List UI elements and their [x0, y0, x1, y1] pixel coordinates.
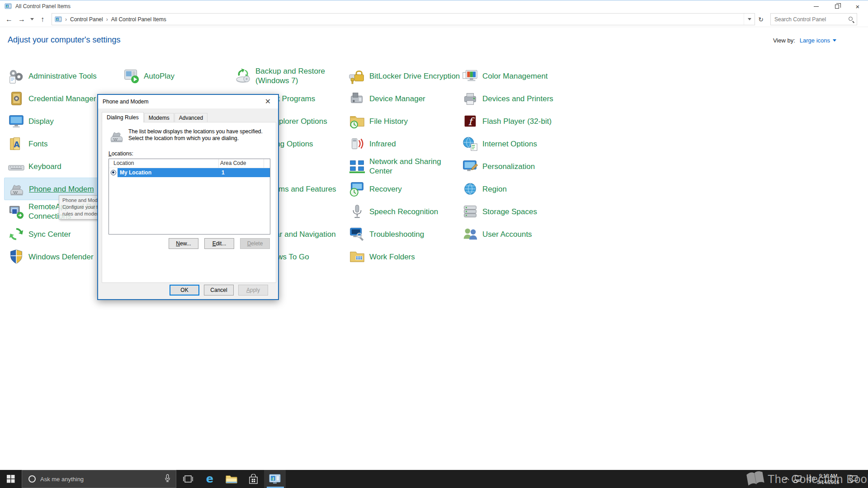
file-explorer-button[interactable] — [221, 470, 242, 488]
control-panel-taskbar-button[interactable] — [264, 470, 286, 488]
view-by-dropdown[interactable]: Large icons — [800, 37, 836, 44]
cp-item-personalization[interactable]: Personalization — [458, 155, 576, 178]
speech-recognition-icon — [349, 202, 366, 221]
location-row-my-location[interactable]: My Location1 — [109, 168, 270, 177]
cp-item-work-folders[interactable]: Work Folders — [345, 245, 463, 268]
tray-expand-button[interactable] — [781, 470, 792, 488]
refresh-button[interactable]: ↻ — [755, 14, 767, 25]
cp-item-label: User Accounts — [482, 230, 532, 239]
action-center-button[interactable] — [845, 470, 862, 488]
devices-printers-icon — [462, 89, 479, 108]
phone-and-modem-dialog: Phone and Modem ✕ Dialing RulesModemsAdv… — [97, 94, 279, 300]
cp-item-label: Speech Recognition — [369, 207, 438, 216]
storage-spaces-icon — [462, 202, 479, 221]
windows-defender-icon — [8, 248, 25, 266]
cp-item-region[interactable]: Region — [458, 178, 576, 200]
cp-item-label: Sync Center — [28, 230, 71, 239]
microphone-icon — [165, 474, 170, 484]
cp-item-administrative-tools[interactable]: Administrative Tools — [4, 65, 123, 87]
cp-item-color-management[interactable]: Color Management — [458, 65, 576, 87]
device-manager-icon — [349, 89, 366, 108]
apply-button[interactable]: Apply — [238, 285, 268, 296]
bitlocker-icon — [349, 67, 366, 85]
dialog-close-button[interactable]: ✕ — [258, 95, 278, 108]
column-header-area-code[interactable]: Area Code — [219, 159, 264, 168]
back-button[interactable]: ← — [3, 13, 15, 26]
search-input[interactable] — [774, 16, 847, 23]
cp-item-label: Keyboard — [28, 162, 61, 171]
cp-item-storage-spaces[interactable]: Storage Spaces — [458, 200, 576, 223]
ok-button[interactable]: OK — [170, 285, 199, 296]
chevron-down-icon — [748, 18, 751, 20]
edit-button[interactable]: Edit... — [204, 238, 234, 249]
task-view-button[interactable] — [177, 470, 199, 488]
control-panel-window-icon — [5, 3, 12, 10]
taskbar: e 9:16 AM 5/14/2016 — [0, 470, 868, 488]
cp-item-label: Administrative Tools — [28, 71, 97, 81]
restore-button[interactable] — [826, 1, 847, 12]
cp-item-infrared[interactable]: Infrared — [345, 132, 463, 155]
minimize-button[interactable] — [806, 1, 826, 12]
cp-item-speech-recognition[interactable]: Speech Recognition — [345, 200, 463, 223]
cp-item-label: Devices and Printers — [482, 94, 553, 103]
flash-player-icon: f — [462, 112, 479, 130]
clock-date: 5/14/2016 — [817, 479, 840, 485]
taskbar-search-input[interactable] — [40, 476, 149, 483]
radio-selected-icon[interactable] — [111, 170, 116, 175]
troubleshooting-icon — [349, 225, 366, 243]
backup-restore-icon — [235, 67, 252, 85]
up-button[interactable]: ↑ — [36, 13, 49, 26]
cp-item-label: Windows Defender — [28, 252, 94, 262]
start-button[interactable] — [0, 470, 22, 488]
restore-icon — [835, 5, 839, 9]
cortana-search-box[interactable] — [22, 470, 176, 488]
search-box[interactable] — [770, 13, 857, 25]
forward-button[interactable]: → — [15, 13, 28, 26]
network-tray-icon[interactable] — [792, 470, 805, 488]
cancel-button[interactable]: Cancel — [204, 285, 234, 296]
address-bar[interactable]: › Control Panel › All Control Panel Item… — [52, 13, 755, 25]
cp-item-file-history[interactable]: File History — [345, 110, 463, 132]
store-button[interactable] — [242, 470, 264, 488]
cp-item-device-manager[interactable]: Device Manager — [345, 87, 463, 110]
dialog-description: The list below displays the locations yo… — [128, 128, 271, 142]
address-dropdown-button[interactable] — [744, 14, 755, 25]
delete-button[interactable]: Delete — [240, 238, 270, 249]
close-button[interactable]: × — [847, 1, 868, 12]
clock-time: 9:16 AM — [819, 473, 837, 479]
cp-item-label: Flash Player (32-bit) — [482, 117, 552, 126]
network-sharing-icon — [349, 157, 366, 175]
chevron-down-icon — [833, 39, 836, 42]
personalization-icon — [462, 157, 479, 175]
fonts-icon: A — [8, 135, 25, 153]
cp-item-bitlocker-drive-encryption[interactable]: BitLocker Drive Encryption — [345, 65, 463, 87]
column-header-location[interactable]: Location — [109, 159, 219, 168]
cp-item-devices-and-printers[interactable]: Devices and Printers — [458, 87, 576, 110]
sync-center-icon — [8, 225, 25, 243]
cp-item-autoplay[interactable]: AutoPlay — [119, 65, 238, 87]
cp-item-internet-options[interactable]: Internet Options — [458, 132, 576, 155]
dialog-titlebar[interactable]: Phone and Modem ✕ — [98, 95, 278, 108]
locations-label: Locations: — [108, 150, 133, 157]
cp-item-recovery[interactable]: Recovery — [345, 178, 463, 200]
breadcrumb-control-panel[interactable]: Control Panel — [70, 16, 103, 23]
breadcrumb-all-items[interactable]: All Control Panel Items — [111, 16, 166, 23]
cp-item-flash-player-32-bit[interactable]: fFlash Player (32-bit) — [458, 110, 576, 132]
cp-item-label: Troubleshooting — [369, 230, 424, 239]
clock[interactable]: 9:16 AM 5/14/2016 — [815, 470, 842, 488]
tab-dialing-rules[interactable]: Dialing Rules — [102, 112, 144, 122]
dialog-tabs: Dialing RulesModemsAdvanced — [102, 112, 208, 122]
keyboard-icon — [8, 157, 25, 175]
cp-item-backup-and-restore-windows-7[interactable]: Backup and Restore (Windows 7) — [231, 65, 349, 87]
user-accounts-icon — [462, 225, 479, 243]
edge-browser-button[interactable]: e — [199, 470, 221, 488]
new-button[interactable]: New... — [169, 238, 198, 249]
tab-advanced[interactable]: Advanced — [175, 113, 208, 122]
window-titlebar: All Control Panel Items × — [0, 0, 868, 12]
cp-item-user-accounts[interactable]: User Accounts — [458, 223, 576, 245]
cp-item-troubleshooting[interactable]: Troubleshooting — [345, 223, 463, 245]
cp-item-network-and-sharing-center[interactable]: Network and Sharing Center — [345, 155, 463, 178]
tab-modems[interactable]: Modems — [144, 113, 174, 122]
recent-pages-button[interactable] — [28, 13, 36, 26]
locations-listview[interactable]: Location Area Code My Location1 — [108, 159, 270, 235]
